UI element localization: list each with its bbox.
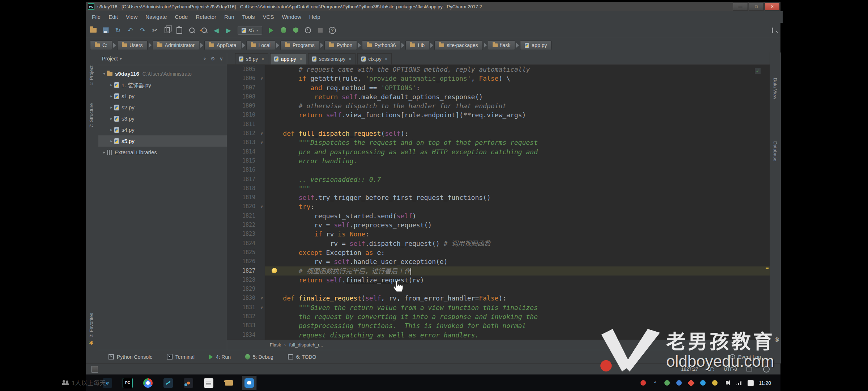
search-everywhere-icon[interactable] bbox=[772, 28, 773, 33]
stop-icon[interactable] bbox=[316, 26, 324, 34]
hide-panel-icon[interactable]: ∨ bbox=[220, 56, 223, 62]
debug-icon[interactable] bbox=[280, 26, 288, 34]
tree-item-s1-py[interactable]: ▸s1.py bbox=[98, 91, 227, 102]
back-icon[interactable]: ◀ bbox=[212, 26, 220, 34]
fold-marker-icon[interactable]: ∨ bbox=[260, 129, 263, 138]
stripe-database[interactable]: Database bbox=[773, 141, 778, 161]
tray-user-icon[interactable] bbox=[676, 380, 682, 386]
crumb-appdata[interactable]: AppData bbox=[204, 41, 241, 50]
editor-code[interactable]: # request came with the OPTIONS method, … bbox=[265, 65, 770, 340]
tray-blue-icon[interactable] bbox=[700, 380, 706, 386]
maximize-button[interactable]: □ bbox=[749, 3, 764, 10]
synchronize-icon[interactable]: ↻ bbox=[114, 26, 122, 34]
run-config-selector[interactable]: s5 ▾ bbox=[238, 26, 262, 35]
menu-item-help[interactable]: Help bbox=[305, 11, 324, 23]
breadcrumb-item-full-dispatch-r[interactable]: full_dispatch_r... bbox=[289, 342, 323, 348]
menu-item-refactor[interactable]: Refactor bbox=[192, 11, 220, 23]
toolwindow-python-console[interactable]: Python Console bbox=[109, 354, 153, 360]
fold-marker-icon[interactable]: ∨ bbox=[260, 202, 263, 211]
close-button[interactable]: ✕ bbox=[765, 3, 780, 10]
tab-app-py[interactable]: app.py× bbox=[270, 53, 306, 64]
tree-item-1-py[interactable]: ▸1. 装饰器.py bbox=[98, 79, 227, 91]
toolwindow-4-run[interactable]: 4: Run bbox=[209, 354, 231, 360]
input-method-icon[interactable] bbox=[748, 380, 754, 386]
run-with-coverage-icon[interactable] bbox=[292, 26, 300, 34]
menu-item-window[interactable]: Window bbox=[278, 11, 305, 23]
settings-gear-icon[interactable]: ⚙ bbox=[210, 56, 215, 62]
tab-close-icon[interactable]: × bbox=[261, 56, 264, 62]
event-log-button[interactable]: Event Log bbox=[730, 354, 761, 360]
crumb-site-packages[interactable]: site-packages bbox=[434, 41, 482, 50]
menu-item-vcs[interactable]: VCS bbox=[259, 11, 278, 23]
save-all-icon[interactable] bbox=[102, 26, 110, 34]
tree-item-external-libraries[interactable]: ▸External Libraries bbox=[98, 147, 227, 158]
tab-close-icon[interactable]: × bbox=[299, 56, 302, 62]
taskbar-folder[interactable] bbox=[222, 376, 236, 390]
crumb-python[interactable]: Python bbox=[324, 41, 357, 50]
project-panel-header[interactable]: Project ▾ ⌖ ⚙ ∨ bbox=[98, 52, 227, 65]
tab-close-icon[interactable]: × bbox=[349, 56, 352, 62]
title-bar[interactable]: PC s9day116 - [C:\Users\Administrator\Py… bbox=[86, 2, 780, 12]
file-encoding[interactable]: UTF-8 bbox=[724, 366, 737, 372]
forward-icon[interactable]: ▶ bbox=[225, 26, 233, 34]
minimize-button[interactable]: — bbox=[733, 3, 748, 10]
network-icon[interactable] bbox=[736, 380, 742, 386]
fold-marker-icon[interactable]: ∨ bbox=[260, 294, 263, 303]
breadcrumb-item-flask[interactable]: Flask bbox=[270, 342, 281, 348]
run-icon[interactable] bbox=[267, 26, 275, 34]
paste-icon[interactable] bbox=[175, 26, 183, 34]
stripe-favorites[interactable]: 2: Favorites bbox=[89, 313, 94, 337]
tray-yellow-icon[interactable] bbox=[712, 380, 718, 386]
crumb-local[interactable]: Local bbox=[246, 41, 275, 50]
menu-item-view[interactable]: View bbox=[122, 11, 141, 23]
replace-icon[interactable] bbox=[200, 26, 208, 34]
lock-icon[interactable] bbox=[746, 367, 752, 371]
menu-item-edit[interactable]: Edit bbox=[105, 11, 122, 23]
toolwindow-terminal[interactable]: Terminal bbox=[167, 354, 195, 360]
find-icon[interactable] bbox=[188, 26, 196, 34]
caret-position[interactable]: 1827:27 bbox=[681, 366, 698, 372]
tray-green-icon[interactable] bbox=[664, 380, 670, 386]
menu-item-navigate[interactable]: Navigate bbox=[141, 11, 171, 23]
taskbar-pycharm[interactable]: PC bbox=[120, 376, 135, 390]
inspection-status-icon[interactable]: ✓ bbox=[754, 68, 761, 74]
open-icon[interactable] bbox=[89, 26, 97, 34]
toolwindow-6-todo[interactable]: 6: TODO bbox=[288, 354, 316, 360]
crumb-c[interactable]: C: bbox=[90, 41, 112, 50]
tab-s5-py[interactable]: s5.py× bbox=[235, 53, 268, 64]
editor-gutter[interactable]: 18051806∨180718081809181018111812∨1813∨1… bbox=[227, 65, 265, 340]
undo-icon[interactable]: ↶ bbox=[126, 26, 134, 34]
tree-item-s9day116[interactable]: ▾s9day116C:\Users\Administrato bbox=[98, 68, 227, 79]
volume-icon[interactable] bbox=[724, 380, 730, 386]
tree-item-s5-py[interactable]: ▸s5.py bbox=[98, 135, 227, 147]
hector-inspector-icon[interactable] bbox=[763, 366, 770, 373]
netease-music-icon[interactable] bbox=[640, 380, 646, 386]
taskbar-ie[interactable]: e bbox=[100, 376, 115, 390]
crumb-administrator[interactable]: Administrator bbox=[153, 41, 199, 50]
redo-icon[interactable]: ↷ bbox=[139, 26, 146, 34]
menu-item-tools[interactable]: Tools bbox=[238, 11, 259, 23]
fold-marker-icon[interactable]: ∨ bbox=[260, 74, 263, 83]
toolwindow-toggle-icon[interactable] bbox=[92, 366, 98, 373]
fold-marker-icon[interactable]: ∨ bbox=[260, 303, 263, 312]
tab-close-icon[interactable]: × bbox=[385, 56, 388, 62]
360-safe-icon[interactable] bbox=[688, 380, 694, 386]
crumb-programs[interactable]: Programs bbox=[280, 41, 319, 50]
menu-item-file[interactable]: File bbox=[88, 11, 105, 23]
taskbar-app-5[interactable] bbox=[181, 376, 196, 390]
crumb-app-py[interactable]: app.py bbox=[520, 41, 552, 50]
toolwindow-5-debug[interactable]: 5: Debug bbox=[245, 354, 273, 360]
cut-icon[interactable]: ✂ bbox=[151, 26, 159, 34]
menu-item-run[interactable]: Run bbox=[220, 11, 238, 23]
crumb-lib[interactable]: Lib bbox=[405, 41, 429, 50]
taskbar-app-4[interactable] bbox=[161, 376, 175, 390]
intention-bulb-icon[interactable] bbox=[272, 268, 277, 273]
taskbar-clock[interactable]: 11:20 bbox=[759, 380, 771, 386]
menu-item-code[interactable]: Code bbox=[171, 11, 192, 23]
crumb-users[interactable]: Users bbox=[117, 41, 148, 50]
tree-item-s3-py[interactable]: ▸s3.py bbox=[98, 113, 227, 124]
fold-marker-icon[interactable]: ∨ bbox=[260, 138, 263, 147]
tray-expand-icon[interactable]: ^ bbox=[652, 380, 658, 386]
stripe-data-view[interactable]: Data View bbox=[773, 78, 778, 99]
profiler-icon[interactable] bbox=[304, 26, 312, 34]
